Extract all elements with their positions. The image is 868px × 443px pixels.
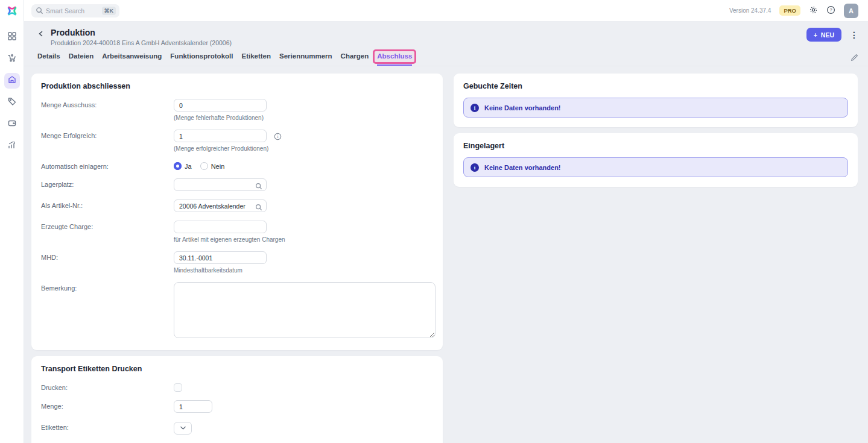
drucken-checkbox[interactable] — [174, 383, 182, 392]
sidebar-item-labels[interactable] — [4, 95, 20, 110]
field-label: Etiketten: — [41, 421, 174, 435]
sidebar-item-purchasing[interactable] — [4, 51, 20, 67]
transport-labels-card: Transport Etiketten Drucken Drucken: Men… — [31, 356, 443, 443]
svg-text:i: i — [277, 134, 278, 139]
field-erzeugte-charge: Erzeugte Charge: für Artikel mit eigenen… — [41, 221, 433, 243]
new-button[interactable]: + NEU — [806, 28, 841, 42]
field-label: Menge Erfolgreich: — [41, 130, 174, 152]
main-area: Produktion Produktion 2024-400018 Eins A… — [24, 22, 868, 443]
bemerkung-textarea[interactable] — [174, 282, 436, 338]
sidebar-item-finance[interactable] — [4, 116, 20, 132]
field-label: Automatisch einlagern: — [41, 160, 174, 170]
sidebar-item-reports[interactable] — [4, 138, 20, 154]
no-data-alert: i Keine Daten vorhanden! — [463, 98, 848, 118]
field-label: Lagerplatz: — [41, 178, 174, 191]
field-label: Menge Ausschuss: — [41, 99, 174, 121]
cart-up-icon — [7, 53, 17, 65]
chevron-left-icon — [37, 30, 45, 37]
field-label: Als Artikel-Nr.: — [41, 200, 174, 212]
artikel-nr-input[interactable] — [174, 200, 267, 212]
tab-chargen[interactable]: Chargen — [341, 52, 369, 66]
tab-arbeitsanweisung[interactable]: Arbeitsanweisung — [102, 52, 162, 66]
help-button[interactable]: ? — [826, 5, 835, 16]
factory-icon — [7, 75, 17, 87]
panel-title: Gebuchte Zeiten — [463, 82, 848, 90]
info-icon: i — [470, 163, 479, 172]
smart-search[interactable]: ⌘K — [31, 4, 119, 17]
field-drucken: Drucken: — [41, 382, 433, 392]
field-label: MHD: — [41, 251, 174, 274]
field-hint: Mindesthaltbarkeitsdatum — [174, 267, 267, 274]
sidebar-item-dashboard[interactable] — [4, 30, 20, 45]
field-label: Menge: — [41, 400, 174, 413]
mhd-input[interactable] — [174, 251, 267, 264]
chevron-down-icon — [180, 426, 186, 430]
back-button[interactable] — [37, 30, 45, 39]
radio-unselected-icon — [200, 162, 208, 170]
help-icon: ? — [826, 5, 835, 16]
tab-seriennummern[interactable]: Seriennummern — [279, 52, 332, 66]
erzeugte-charge-input[interactable] — [174, 221, 267, 233]
field-bemerkung: Bemerkung: — [41, 282, 433, 341]
version-text: Version 24.37.4 — [729, 7, 771, 14]
field-label: Erzeugte Charge: — [41, 221, 174, 243]
tab-abschluss[interactable]: Abschluss — [377, 52, 412, 66]
eingelagert-card: Eingelagert i Keine Daten vorhanden! — [454, 133, 858, 187]
field-etiketten: Etiketten: — [41, 421, 433, 435]
field-label: Bemerkung: — [41, 282, 174, 341]
panel-title: Eingelagert — [463, 142, 848, 150]
field-automatisch-einlagern: Automatisch einlagern: Ja Nein — [41, 160, 433, 170]
alert-text: Keine Daten vorhanden! — [484, 164, 561, 171]
svg-text:?: ? — [829, 7, 832, 13]
field-lagerplatz: Lagerplatz: — [41, 178, 433, 191]
grid-dashboard-icon — [7, 31, 17, 43]
field-transport-menge: Menge: — [41, 400, 433, 413]
field-hint: (Menge erfolgreicher Produktionen) — [174, 145, 268, 152]
card-title: Transport Etiketten Drucken — [41, 365, 433, 373]
field-mhd: MHD: Mindesthaltbarkeitsdatum — [41, 251, 433, 274]
edit-tabs-button[interactable] — [851, 54, 858, 61]
field-hint: für Artikel mit eigenen erzeugten Charge… — [174, 236, 285, 243]
page-subtitle: Produktion 2024-400018 Eins A GmbH Adven… — [51, 39, 232, 46]
search-icon — [36, 7, 43, 14]
tab-details[interactable]: Details — [37, 52, 60, 66]
chart-growth-icon — [7, 140, 17, 152]
info-icon: i — [470, 104, 479, 112]
field-menge-erfolgreich: Menge Erfolgreich: i (Menge erfolgreiche… — [41, 130, 433, 152]
settings-button[interactable] — [809, 5, 818, 16]
app-logo-icon[interactable] — [4, 3, 20, 19]
avatar[interactable]: A — [844, 4, 858, 18]
card-title: Produktion abschliessen — [41, 82, 433, 90]
field-label: Drucken: — [41, 382, 174, 392]
no-data-alert: i Keine Daten vorhanden! — [463, 157, 848, 177]
radio-selected-icon — [174, 162, 182, 170]
shortcut-badge: ⌘K — [102, 7, 116, 15]
tag-icon — [7, 96, 17, 108]
radio-nein[interactable]: Nein — [200, 162, 225, 170]
menge-ausschuss-input[interactable] — [174, 99, 267, 112]
production-complete-card: Produktion abschliessen Menge Ausschuss:… — [31, 74, 443, 350]
radio-ja[interactable]: Ja — [174, 162, 192, 170]
page-title: Produktion — [51, 28, 232, 37]
etiketten-select[interactable] — [174, 422, 192, 435]
sidebar-item-production[interactable] — [4, 73, 20, 89]
tabs: Details Dateien Arbeitsanweisung Funktio… — [37, 52, 858, 66]
search-input[interactable] — [46, 7, 94, 14]
field-als-artikel-nr: Als Artikel-Nr.: — [41, 200, 433, 212]
tab-funktionsprotokoll[interactable]: Funktionsprotokoll — [170, 52, 233, 66]
tab-dateien[interactable]: Dateien — [69, 52, 94, 66]
kebab-menu-icon[interactable]: ⋮ — [850, 31, 858, 39]
field-menge-ausschuss: Menge Ausschuss: (Menge fehlerhafte Prod… — [41, 99, 433, 121]
topbar: ⌘K Version 24.37.4 PRO ? A — [24, 0, 868, 22]
gear-icon — [809, 5, 818, 16]
alert-text: Keine Daten vorhanden! — [484, 104, 561, 112]
lagerplatz-input[interactable] — [174, 178, 267, 191]
wallet-icon — [7, 118, 17, 130]
tab-etiketten[interactable]: Etiketten — [241, 52, 271, 66]
info-icon[interactable]: i — [274, 132, 282, 143]
sidebar — [0, 0, 24, 443]
transport-menge-input[interactable] — [174, 400, 212, 413]
page-header: Produktion Produktion 2024-400018 Eins A… — [24, 22, 868, 66]
menge-erfolgreich-input[interactable] — [174, 130, 267, 142]
pro-badge: PRO — [779, 5, 800, 16]
